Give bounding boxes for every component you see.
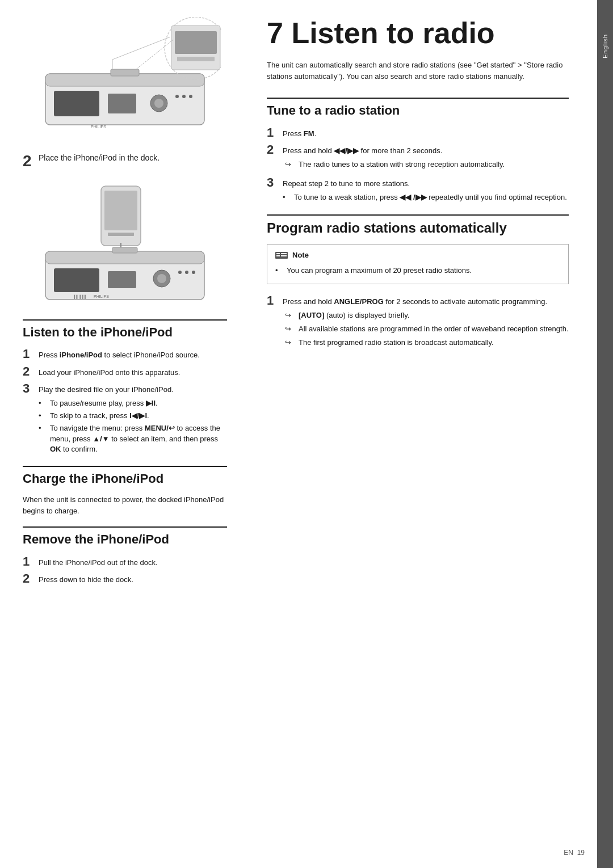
program-step-1: 1 Press and hold ANGLE/PROG for 2 second… <box>267 294 569 351</box>
svg-text:PHILIPS: PHILIPS <box>94 294 109 298</box>
chapter-number: 7 <box>267 16 283 49</box>
section-listen-iphone: Listen to the iPhone/iPod 1 Press iPhone… <box>23 319 227 457</box>
right-column: 7 Listen to radio The unit can automatic… <box>244 0 597 868</box>
svg-rect-13 <box>175 31 217 54</box>
prog-arrow-3: ↪ The first programed radio station is b… <box>283 338 569 348</box>
svg-rect-18 <box>108 233 134 236</box>
svg-rect-35 <box>281 255 287 256</box>
program-steps: 1 Press and hold ANGLE/PROG for 2 second… <box>267 294 569 351</box>
footer-page: 19 <box>577 849 585 857</box>
listen-iphone-heading: Listen to the iPhone/iPod <box>23 319 227 340</box>
svg-rect-17 <box>104 191 137 230</box>
section-charge-iphone: Charge the iPhone/iPod When the unit is … <box>23 466 227 516</box>
charge-iphone-text: When the unit is connected to power, the… <box>23 494 227 516</box>
step2-text: Place the iPhone/iPod in the dock. <box>39 153 159 162</box>
tune-step-3-bullets: To tune to a weak station, press ◀◀ /▶▶ … <box>283 192 569 203</box>
svg-rect-22 <box>108 271 136 288</box>
note-svg-icon <box>275 251 288 260</box>
svg-rect-10 <box>111 69 139 76</box>
step2-intro: 2 Place the iPhone/iPod in the dock. <box>23 153 227 169</box>
tune-radio-heading: Tune to a radio station <box>267 98 569 118</box>
svg-rect-29 <box>112 247 137 253</box>
listen-iphone-steps: 1 Press iPhone/iPod to select iPhone/iPo… <box>23 348 227 457</box>
section-remove-iphone: Remove the iPhone/iPod 1 Pull the iPhone… <box>23 526 227 585</box>
step2-num: 2 <box>23 153 34 169</box>
page-title: 7 Listen to radio <box>267 17 569 49</box>
language-tab: English <box>597 0 613 868</box>
svg-line-15 <box>136 40 173 69</box>
listen-step-1: 1 Press iPhone/iPod to select iPhone/iPo… <box>23 348 227 360</box>
page-container: PHILIPS 2 Place the iPhone/iPod in the d… <box>0 0 613 868</box>
program-radio-heading: Program radio stations automatically <box>267 214 569 237</box>
tune-step-2-arrow: ↪ The radio tunes to a station with stro… <box>283 159 569 170</box>
listen-step-3: 3 Play the desired file on your iPhone/i… <box>23 382 227 457</box>
svg-point-7 <box>182 95 186 98</box>
svg-rect-14 <box>177 57 215 61</box>
svg-point-6 <box>175 95 179 98</box>
footer-lang: EN <box>564 849 573 857</box>
section-tune-radio: Tune to a radio station 1 Press FM. 2 Pr… <box>267 98 569 205</box>
note-label: Note <box>292 250 309 260</box>
svg-text:PHILIPS: PHILIPS <box>91 125 106 129</box>
device-image-top: PHILIPS <box>28 17 221 142</box>
svg-rect-3 <box>108 94 136 113</box>
svg-point-5 <box>154 99 163 108</box>
svg-rect-2 <box>54 91 99 116</box>
tune-radio-steps: 1 Press FM. 2 Press and hold ◀◀/▶▶ for m… <box>267 127 569 205</box>
language-label: English <box>602 34 608 58</box>
svg-point-27 <box>192 271 195 274</box>
device-image-bottom: PHILIPS ▐▐ ▐▐▐ <box>34 180 216 305</box>
svg-rect-34 <box>281 253 287 254</box>
section-program-radio: Program radio stations automatically Not… <box>267 214 569 351</box>
svg-rect-32 <box>276 253 280 254</box>
svg-point-24 <box>157 274 166 283</box>
remove-iphone-heading: Remove the iPhone/iPod <box>23 526 227 547</box>
listen-step-3-bullets: To pause/resume play, press ▶II. To skip… <box>39 398 227 454</box>
svg-rect-33 <box>276 255 280 256</box>
footer: EN 19 <box>564 849 585 857</box>
svg-text:▐▐ ▐▐▐: ▐▐ ▐▐▐ <box>73 294 86 299</box>
tune-step-1: 1 Press FM. <box>267 127 569 139</box>
remove-step-1: 1 Pull the iPhone/iPod out of the dock. <box>23 555 227 568</box>
svg-rect-21 <box>54 268 99 292</box>
left-column: PHILIPS 2 Place the iPhone/iPod in the d… <box>0 0 244 868</box>
device-svg-top: PHILIPS <box>28 17 221 142</box>
prog-arrow-1: ↪ [AUTO] (auto) is displayed briefly. <box>283 310 569 321</box>
note-bullet-1: You can program a maximum of 20 preset r… <box>275 266 560 276</box>
tune-step-2: 2 Press and hold ◀◀/▶▶ for more than 2 s… <box>267 144 569 172</box>
bullet-menu: To navigate the menu: press MENU/↩ to ac… <box>39 423 227 454</box>
note-bullets: You can program a maximum of 20 preset r… <box>275 266 560 276</box>
device-svg-bottom: PHILIPS ▐▐ ▐▐▐ <box>34 180 216 305</box>
svg-point-25 <box>178 271 182 274</box>
bullet-skip: To skip to a track, press I◀/▶I. <box>39 411 227 421</box>
note-box: Note You can program a maximum of 20 pre… <box>267 244 569 284</box>
bullet-pause: To pause/resume play, press ▶II. <box>39 398 227 408</box>
title-text: Listen to radio <box>291 16 494 49</box>
charge-iphone-heading: Charge the iPhone/iPod <box>23 466 227 486</box>
svg-point-8 <box>189 95 192 98</box>
note-header: Note <box>275 250 560 260</box>
remove-step-2: 2 Press down to hide the dock. <box>23 572 227 585</box>
listen-step-2: 2 Load your iPhone/iPod onto this appara… <box>23 365 227 378</box>
remove-iphone-steps: 1 Pull the iPhone/iPod out of the dock. … <box>23 555 227 585</box>
iphone-ipod-btn-label: iPhone/iPod <box>60 351 102 359</box>
bullet-weak-station: To tune to a weak station, press ◀◀ /▶▶ … <box>283 192 569 203</box>
svg-point-26 <box>185 271 188 274</box>
tune-step-3: 3 Repeat step 2 to tune to more stations… <box>267 176 569 205</box>
note-icon <box>275 251 288 260</box>
prog-arrow-2: ↪ All available stations are programmed … <box>283 324 569 334</box>
intro-text: The unit can automatically search and st… <box>267 60 569 82</box>
